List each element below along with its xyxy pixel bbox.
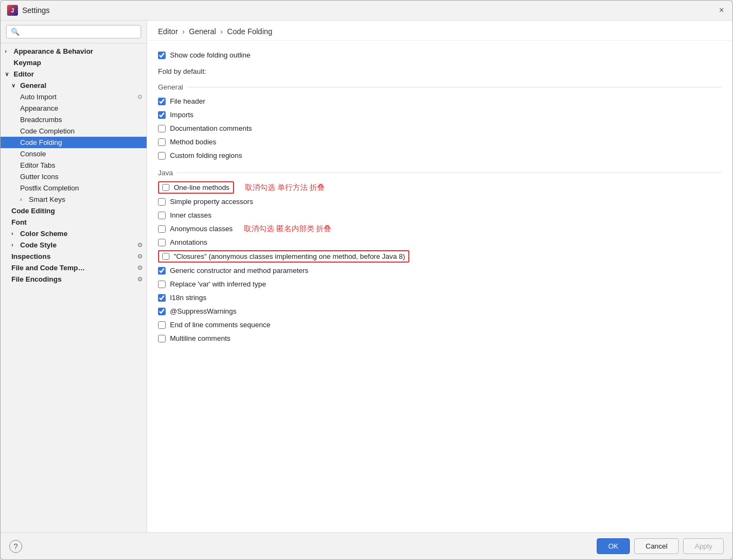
sidebar-item-appearance-behavior[interactable]: › Appearance & Behavior [1, 46, 147, 57]
copy-icon: ⊙ [137, 93, 142, 100]
java-item-suppress-warnings: @SuppressWarnings [158, 306, 722, 317]
multiline-comments-checkbox[interactable] [158, 335, 166, 342]
sidebar-item-smart-keys[interactable]: › Smart Keys [1, 194, 147, 205]
sidebar-item-breadcrumbs[interactable]: Breadcrumbs [1, 114, 147, 125]
java-item-anonymous-classes-row: Anonymous classes 取消勾选 匿名内部类 折叠 [158, 223, 722, 234]
inner-classes-checkbox[interactable] [158, 212, 166, 219]
imports-label[interactable]: Imports [170, 111, 193, 119]
method-bodies-label[interactable]: Method bodies [170, 138, 216, 146]
general-item-custom-folding: Custom folding regions [158, 150, 722, 161]
custom-folding-checkbox[interactable] [158, 152, 166, 160]
method-bodies-checkbox[interactable] [158, 138, 166, 146]
java-item-inner-classes: Inner classes [158, 209, 722, 221]
generic-constructor-label[interactable]: Generic constructor and method parameter… [170, 266, 308, 275]
generic-constructor-checkbox[interactable] [158, 267, 166, 275]
simple-accessors-label[interactable]: Simple property accessors [170, 198, 253, 206]
search-box [1, 21, 147, 43]
general-item-method-bodies: Method bodies [158, 136, 722, 148]
close-button[interactable]: × [717, 6, 726, 15]
cancel-button[interactable]: Cancel [634, 538, 679, 554]
bottom-bar: ? OK Cancel Apply [1, 532, 732, 559]
anonymous-classes-checkbox[interactable] [158, 225, 166, 233]
title-bar-left: J Settings [7, 5, 50, 16]
file-header-checkbox[interactable] [158, 98, 166, 105]
sidebar-item-color-scheme[interactable]: › Color Scheme [1, 228, 147, 239]
custom-folding-label[interactable]: Custom folding regions [170, 151, 242, 160]
help-button[interactable]: ? [9, 540, 22, 553]
copy-icon: ⊙ [137, 276, 142, 283]
end-of-line-checkbox[interactable] [158, 321, 166, 329]
ok-button[interactable]: OK [597, 538, 630, 554]
sidebar-item-keymap[interactable]: Keymap [1, 57, 147, 68]
file-header-label[interactable]: File header [170, 97, 205, 105]
sidebar-item-appearance[interactable]: Appearance [1, 103, 147, 114]
sidebar-item-auto-import[interactable]: Auto Import ⊙ [1, 91, 147, 103]
one-line-methods-label[interactable]: One-line methods [174, 183, 230, 192]
doc-comments-label[interactable]: Documentation comments [170, 124, 252, 132]
java-item-one-line-methods-row: One-line methods 取消勾选 单行方法 折叠 [158, 181, 722, 194]
chevron-icon: ∨ [5, 71, 11, 77]
sidebar-item-inspections[interactable]: Inspections ⊙ [1, 251, 147, 262]
annotations-checkbox[interactable] [158, 239, 166, 246]
breadcrumb: Editor › General › Code Folding [147, 21, 732, 41]
sidebar-item-gutter-icons[interactable]: Gutter Icons [1, 171, 147, 182]
sidebar-item-file-encodings[interactable]: File Encodings ⊙ [1, 273, 147, 285]
apply-button[interactable]: Apply [683, 538, 724, 554]
java-item-multiline-comments: Multiline comments [158, 333, 722, 344]
sidebar-item-general[interactable]: ∨ General [1, 80, 147, 91]
chevron-icon: ∨ [11, 82, 18, 88]
replace-var-label[interactable]: Replace 'var' with inferred type [170, 280, 266, 288]
i18n-strings-label[interactable]: I18n strings [170, 294, 206, 302]
dialog-title: Settings [22, 6, 50, 15]
sidebar-item-editor[interactable]: ∨ Editor [1, 68, 147, 80]
simple-accessors-checkbox[interactable] [158, 198, 166, 206]
sidebar: › Appearance & Behavior Keymap ∨ Editor … [1, 21, 147, 532]
copy-icon: ⊙ [137, 253, 142, 260]
button-group: OK Cancel Apply [597, 538, 724, 554]
java-item-replace-var: Replace 'var' with inferred type [158, 278, 722, 290]
general-item-doc-comments: Documentation comments [158, 123, 722, 134]
java-item-end-of-line: End of line comments sequence [158, 319, 722, 330]
fold-default-label: Fold by default: [158, 67, 722, 75]
sidebar-tree: › Appearance & Behavior Keymap ∨ Editor … [1, 43, 147, 532]
chevron-icon: › [11, 231, 18, 237]
one-line-methods-highlighted: One-line methods [158, 181, 234, 194]
breadcrumb-sep: › [220, 27, 223, 36]
general-item-file-header: File header [158, 96, 722, 107]
closures-highlighted: "Closures" (anonymous classes implementi… [158, 250, 409, 263]
anonymous-classes-label[interactable]: Anonymous classes [170, 225, 233, 233]
suppress-warnings-checkbox[interactable] [158, 308, 166, 315]
multiline-comments-label[interactable]: Multiline comments [170, 334, 230, 342]
title-bar: J Settings × [1, 1, 732, 21]
sidebar-item-code-style[interactable]: › Code Style ⊙ [1, 239, 147, 251]
copy-icon: ⊙ [137, 264, 142, 271]
sidebar-item-code-completion[interactable]: Code Completion [1, 125, 147, 137]
chevron-icon: › [11, 242, 18, 248]
search-input[interactable] [6, 25, 141, 39]
show-outline-row: Show code folding outline [158, 49, 722, 61]
doc-comments-checkbox[interactable] [158, 125, 166, 132]
app-icon: J [7, 5, 18, 16]
show-outline-label[interactable]: Show code folding outline [170, 51, 250, 59]
closures-label[interactable]: "Closures" (anonymous classes implementi… [174, 252, 405, 260]
inner-classes-label[interactable]: Inner classes [170, 211, 212, 219]
chevron-icon: › [5, 48, 11, 54]
closures-checkbox[interactable] [162, 253, 169, 260]
sidebar-item-font[interactable]: Font [1, 217, 147, 228]
sidebar-item-file-code-temp[interactable]: File and Code Temp… ⊙ [1, 262, 147, 273]
sidebar-item-code-editing[interactable]: Code Editing [1, 205, 147, 217]
i18n-strings-checkbox[interactable] [158, 294, 166, 302]
replace-var-checkbox[interactable] [158, 281, 166, 288]
one-line-methods-checkbox[interactable] [162, 184, 169, 191]
sidebar-item-console[interactable]: Console [1, 148, 147, 160]
suppress-warnings-label[interactable]: @SuppressWarnings [170, 307, 237, 315]
sidebar-item-editor-tabs[interactable]: Editor Tabs [1, 160, 147, 171]
imports-checkbox[interactable] [158, 111, 166, 119]
sidebar-item-code-folding[interactable]: Code Folding [1, 137, 147, 148]
end-of-line-label[interactable]: End of line comments sequence [170, 321, 270, 329]
java-item-annotations: Annotations [158, 237, 722, 248]
sidebar-item-postfix-completion[interactable]: Postfix Completion [1, 182, 147, 194]
show-outline-checkbox[interactable] [158, 52, 166, 59]
settings-panel: Show code folding outline Fold by defaul… [147, 41, 732, 532]
annotations-label[interactable]: Annotations [170, 238, 207, 246]
